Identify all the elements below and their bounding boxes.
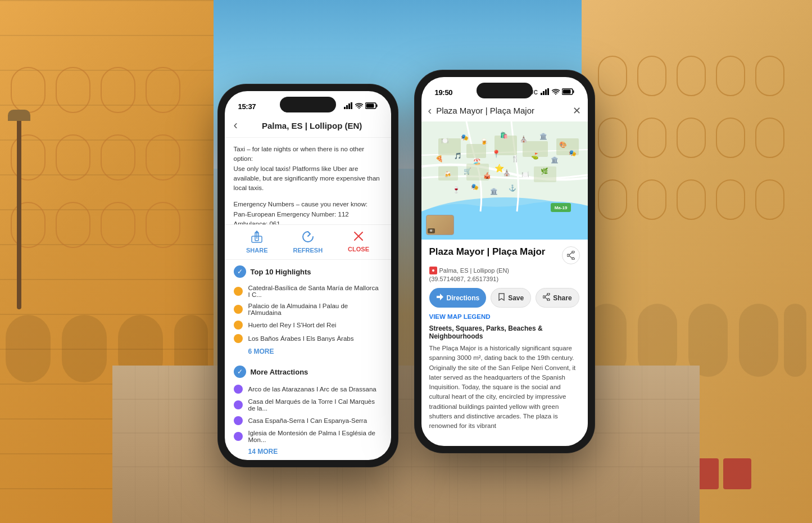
source-text: Palma, ES | Lollipop (EN) xyxy=(439,267,510,274)
svg-rect-63 xyxy=(573,91,574,93)
yellow-dot-3 xyxy=(234,321,243,330)
svg-rect-59 xyxy=(543,91,545,95)
svg-rect-47 xyxy=(344,107,346,109)
map-area[interactable]: Ma-19 🍽️ 🎭 🍺 🛍️ ⛪ 🏛️ 🎨 🍕 🎵 🏖️ � xyxy=(421,121,588,240)
svg-rect-52 xyxy=(376,105,377,107)
close-label: CLOSE xyxy=(348,246,369,253)
battery-icon-2 xyxy=(562,88,574,96)
highlight-text-1: Catedral-Basílica de Santa María de Mall… xyxy=(248,285,382,298)
view-map-legend-link[interactable]: VIEW MAP LEGEND xyxy=(429,313,580,320)
place-info: Plaza Mayor | Plaça Major Palma, ES | Lo… xyxy=(421,240,588,446)
maps-title: Plaza Mayor | Plaça Major xyxy=(436,106,568,115)
svg-line-80 xyxy=(569,253,572,255)
purple-dot-3 xyxy=(234,416,243,425)
more-attractions-link[interactable]: 14 MORE xyxy=(234,448,382,456)
source-icon xyxy=(429,267,437,274)
more-attractions-header: ✓ More Attractions xyxy=(234,366,382,378)
attraction-item-4: Iglesia de Montesión de Palma I Església… xyxy=(234,427,382,445)
phone-1-screen: 15:37 ‹ Palma, ES | Lollipop (EN) xyxy=(225,91,391,460)
coordinates-text: (39.5714087, 2.6517391) xyxy=(429,276,580,282)
svg-rect-60 xyxy=(545,89,547,95)
signal-icon-2 xyxy=(541,88,550,96)
save-label: Save xyxy=(508,294,524,302)
highlight-item-1: Catedral-Basílica de Santa María de Mall… xyxy=(234,282,382,300)
status-icons-1 xyxy=(344,102,378,110)
attraction-text-3: Casa España-Serra I Can Espanya-Serra xyxy=(248,417,368,424)
attraction-text-4: Iglesia de Montesión de Palma I Església… xyxy=(248,430,382,443)
svg-point-86 xyxy=(543,296,545,298)
lollipop-title: Palma, ES | Lollipop (EN) xyxy=(242,121,382,130)
attraction-text-1: Arco de las Atarazanas I Arc de sa Drass… xyxy=(248,386,376,393)
maps-header: ‹ Plaza Mayor | Plaça Major ✕ xyxy=(421,102,588,121)
check-icon-2: ✓ xyxy=(234,366,246,378)
attraction-item-3: Casa España-Serra I Can Espanya-Serra xyxy=(234,414,382,427)
highlight-item-4: Los Baños Árabes I Els Banys Àrabs xyxy=(234,332,382,345)
share-icon xyxy=(251,231,262,245)
place-source: Palma, ES | Lollipop (EN) xyxy=(429,267,580,274)
place-description: The Plaça Major is a historically signif… xyxy=(429,344,580,431)
share-button[interactable]: SHARE xyxy=(246,231,268,254)
phone-1: 15:37 ‹ Palma, ES | Lollipop (EN) xyxy=(218,84,398,467)
save-button[interactable]: Save xyxy=(491,288,531,308)
svg-line-89 xyxy=(545,297,547,299)
phone-2: 19:50 ARXIDUC ‹ Plaza Mayor | xyxy=(415,70,595,453)
highlight-text-3: Huerto del Rey I S'Hort del Rei xyxy=(248,322,337,328)
lollipop-content: Taxi – for late nights or when there is … xyxy=(225,138,391,224)
svg-rect-61 xyxy=(547,88,549,95)
svg-marker-84 xyxy=(437,294,443,300)
maps-share-button[interactable]: Share xyxy=(536,288,579,308)
map-actions: Directions Save Share xyxy=(429,288,580,308)
maps-close-button[interactable]: ✕ xyxy=(573,105,581,117)
svg-rect-49 xyxy=(348,103,350,109)
attraction-item-1: Arco de las Atarazanas I Arc de sa Drass… xyxy=(234,382,382,396)
svg-point-85 xyxy=(547,293,550,295)
refresh-button[interactable]: REFRESH xyxy=(293,231,323,254)
highlights-title: Top 10 Highlights xyxy=(251,268,311,276)
place-share-button[interactable] xyxy=(562,246,580,264)
phones-container: 15:37 ‹ Palma, ES | Lollipop (EN) xyxy=(0,0,812,523)
svg-point-78 xyxy=(567,254,569,256)
back-button-1[interactable]: ‹ xyxy=(234,118,238,133)
more-attractions-title: More Attractions xyxy=(251,368,309,376)
dynamic-island-2 xyxy=(477,83,533,98)
save-icon xyxy=(498,293,505,303)
emergency-text: Emergency Numbers – cause you never know… xyxy=(234,200,382,224)
attraction-item-2: Casa del Marqués de la Torre I Cal Marqu… xyxy=(234,396,382,414)
svg-line-81 xyxy=(569,256,572,258)
place-name: Plaza Mayor | Plaça Major xyxy=(429,246,562,258)
close-button[interactable]: CLOSE xyxy=(348,231,369,254)
highlights-more-link[interactable]: 6 MORE xyxy=(234,348,382,355)
close-icon xyxy=(353,231,364,244)
directions-label: Directions xyxy=(447,294,480,302)
highlight-text-4: Los Baños Árabes I Els Banys Àrabs xyxy=(248,335,354,342)
battery-icon-1 xyxy=(365,102,378,110)
time-1: 15:37 xyxy=(238,102,256,111)
lollipop-header: ‹ Palma, ES | Lollipop (EN) xyxy=(225,116,391,138)
purple-dot-1 xyxy=(234,385,243,394)
maps-share-label: Share xyxy=(553,294,571,302)
highlight-item-3: Huerto del Rey I S'Hort del Rei xyxy=(234,318,382,332)
wifi-icon-2 xyxy=(552,89,560,96)
attraction-text-2: Casa del Marqués de la Torre I Cal Marqu… xyxy=(248,398,382,412)
purple-dot-2 xyxy=(234,400,243,409)
refresh-icon xyxy=(302,231,314,245)
purple-dot-4 xyxy=(234,432,243,441)
directions-button[interactable]: Directions xyxy=(429,288,487,308)
highlight-item-2: Palacio de la Almudaina I Palau de l'Alm… xyxy=(234,300,382,318)
share-label: SHARE xyxy=(246,247,268,254)
yellow-dot-1 xyxy=(234,287,243,296)
yellow-dot-4 xyxy=(234,334,243,343)
svg-line-88 xyxy=(545,295,547,296)
svg-rect-64 xyxy=(562,90,570,94)
time-2: 19:50 xyxy=(435,88,453,97)
maps-back-button[interactable]: ‹ xyxy=(428,104,432,117)
maps-share-icon xyxy=(543,293,550,303)
svg-rect-58 xyxy=(541,93,542,95)
action-bar: SHARE REFRESH CLOSE xyxy=(225,224,391,260)
map-thumbnail: 👁 xyxy=(426,215,454,235)
more-attractions-section: ✓ More Attractions Arco de las Atarazana… xyxy=(225,360,391,460)
svg-point-87 xyxy=(547,299,550,301)
place-category: Streets, Squares, Parks, Beaches & Neigh… xyxy=(429,324,580,340)
yellow-dot-2 xyxy=(234,305,243,314)
dynamic-island-1 xyxy=(280,97,336,112)
